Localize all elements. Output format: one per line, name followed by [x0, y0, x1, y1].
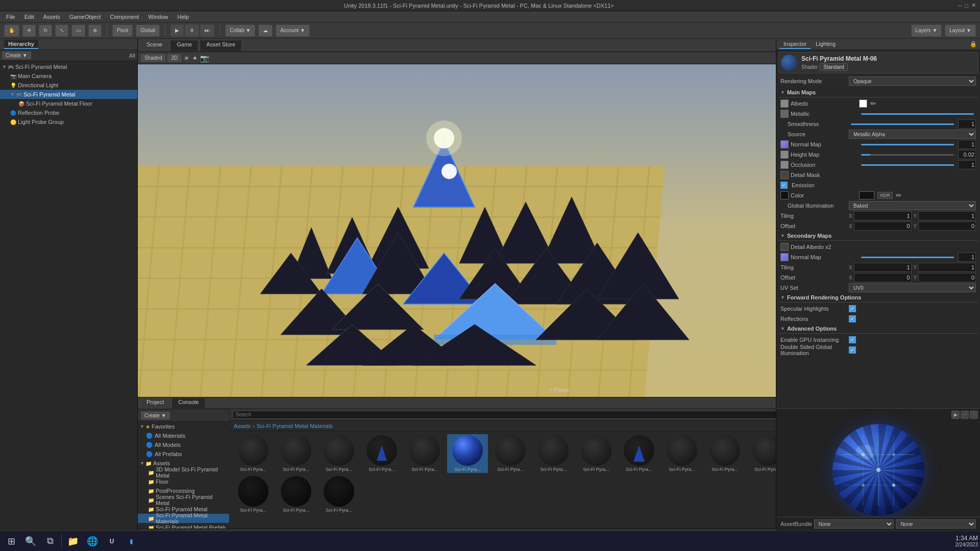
offset-x-input[interactable] — [854, 221, 912, 231]
asset-item-10[interactable]: Sci-Fi Pyra... — [662, 434, 702, 473]
uv-set-select[interactable]: UV0 — [849, 283, 976, 292]
color-swatch-main[interactable] — [859, 191, 874, 199]
asset-materials[interactable]: 📁 Sci-Fi Pyramid Metal Materials — [138, 514, 229, 523]
sec-normal-value[interactable] — [958, 253, 976, 262]
asset-item-8[interactable]: Sci-Fi Pyra... — [576, 434, 617, 473]
preview-more-btn[interactable]: ⋮ — [970, 411, 978, 419]
menu-help[interactable]: Help — [173, 13, 193, 21]
menu-assets[interactable]: Assets — [39, 13, 64, 21]
maximize-btn[interactable]: □ — [965, 3, 968, 9]
sec-offset-x-input[interactable] — [854, 273, 912, 282]
source-select[interactable]: Metallic Alpha — [849, 130, 976, 139]
height-map-value[interactable] — [958, 150, 976, 159]
account-btn[interactable]: Account ▼ — [276, 24, 310, 37]
normal-slider[interactable] — [861, 144, 954, 145]
preview-play-btn[interactable]: ▶ — [951, 411, 960, 419]
taskbar-task-view[interactable]: ⧉ — [41, 532, 59, 550]
transform-tool[interactable]: ⊕ — [88, 24, 102, 37]
hier-reflection[interactable]: 🔵 Reflection Probe — [0, 108, 137, 117]
collab-btn[interactable]: Collab ▼ — [225, 24, 255, 37]
sec-normal-slider[interactable] — [861, 257, 954, 258]
layers-btn[interactable]: Layers ▼ — [911, 24, 942, 37]
asset-item-3[interactable]: Sci-Fi Pyra... — [361, 434, 402, 473]
lighting-btn[interactable]: ☀ — [183, 54, 190, 62]
reflections-checkbox[interactable]: ✓ — [849, 315, 856, 322]
albedo-thumb[interactable] — [780, 99, 789, 108]
menu-window[interactable]: Window — [144, 13, 172, 21]
play-btn[interactable]: ▶ — [170, 24, 184, 37]
forward-icon[interactable]: ▼ — [780, 295, 785, 300]
asset-item-7[interactable]: Sci-Fi Pyra... — [533, 434, 574, 473]
asset-bundle-select1[interactable]: None — [814, 519, 894, 529]
taskbar-unity[interactable]: U — [103, 532, 121, 550]
2d-btn[interactable]: 2D — [167, 54, 181, 62]
game-tab[interactable]: Game — [170, 40, 199, 51]
breadcrumb-materials[interactable]: Sci-Fi Pyramid Metal Materials — [257, 423, 333, 429]
move-tool[interactable]: ✛ — [22, 24, 36, 37]
inspector-tab[interactable]: Inspector — [779, 40, 811, 49]
height-thumb[interactable] — [780, 151, 789, 159]
hierarchy-create-btn[interactable]: Create ▼ — [2, 52, 31, 59]
hier-main-camera[interactable]: 📷 Main Camera — [0, 71, 137, 81]
asset-item-r2-7[interactable]: Sci-Fi Pyra... — [318, 475, 359, 514]
shader-value[interactable]: Standard — [820, 63, 848, 71]
hand-tool[interactable]: ✋ — [4, 24, 19, 37]
rotate-tool[interactable]: ↻ — [39, 24, 52, 37]
all-materials-item[interactable]: 🔵 All Materials — [138, 431, 229, 440]
tiling-x-input[interactable] — [854, 211, 912, 220]
smoothness-value[interactable] — [958, 119, 976, 129]
asset-item-9[interactable]: Sci-Fi Pyra... — [619, 434, 659, 473]
hierarchy-root[interactable]: ▼ 🎮 Sci-Fi Pyramid Metal — [0, 62, 137, 71]
asset-item-1[interactable]: Sci-Fi Pyra... — [276, 434, 316, 473]
metallic-thumb[interactable] — [780, 110, 789, 118]
gpu-instancing-checkbox[interactable]: ✓ — [849, 336, 856, 343]
shaded-btn[interactable]: Shaded — [141, 54, 165, 62]
menu-file[interactable]: File — [2, 13, 19, 21]
preview-zoom-btn[interactable]: ⋯ — [961, 411, 969, 419]
step-btn[interactable]: ⏭ — [200, 24, 214, 37]
pause-btn[interactable]: ⏸ — [185, 24, 199, 37]
global-illum-select[interactable]: Baked — [849, 201, 976, 210]
asset-scenes[interactable]: 📁 Scenes Sci-Fi Pyramid Metal — [138, 495, 229, 505]
hier-floor[interactable]: 📦 Sci-Fi Pyramid Metal Floor — [0, 99, 137, 108]
advanced-icon[interactable]: ▼ — [780, 326, 785, 331]
double-sided-checkbox[interactable]: ✓ — [849, 346, 856, 354]
global-btn[interactable]: Global — [136, 24, 160, 37]
menu-edit[interactable]: Edit — [20, 13, 38, 21]
minimize-btn[interactable]: ─ — [958, 3, 962, 9]
main-maps-collapse-icon[interactable]: ▼ — [780, 90, 785, 95]
asset-item-11[interactable]: Sci-Fi Pyra... — [704, 434, 745, 473]
secondary-maps-icon[interactable]: ▼ — [780, 233, 785, 238]
hierarchy-tab[interactable]: Hierarchy — [4, 40, 38, 49]
sec-tiling-y-input[interactable] — [918, 263, 976, 272]
fx-btn[interactable]: ✦ — [192, 54, 198, 62]
color-eyedrop-icon[interactable]: ✏ — [896, 191, 902, 199]
close-btn[interactable]: ✕ — [971, 2, 976, 9]
breadcrumb-assets[interactable]: Assets — [234, 423, 251, 429]
asset-store-tab[interactable]: Asset Store — [200, 40, 242, 51]
inspector-lock-icon[interactable]: 🔒 — [970, 41, 977, 47]
favorites-header[interactable]: ▼ ★ Favorites — [138, 422, 229, 431]
occlusion-value[interactable] — [958, 160, 976, 169]
rendering-mode-select[interactable]: Opaque — [849, 77, 976, 86]
asset-bundle-select2[interactable]: None — [896, 519, 976, 529]
metallic-slider[interactable] — [861, 113, 974, 115]
emission-checkbox[interactable]: ✓ — [780, 182, 788, 189]
hier-pyramid-metal[interactable]: ▼ 🎮 Sci-Fi Pyramid Metal — [0, 90, 137, 99]
occlusion-slider[interactable] — [861, 164, 954, 166]
albedo-eyedrop-icon[interactable]: ✏ — [870, 99, 876, 108]
asset-item-r2-6[interactable]: Sci-Fi Pyra... — [276, 475, 316, 514]
tiling-y-input[interactable] — [918, 211, 976, 220]
normal-thumb[interactable] — [780, 140, 789, 148]
pivot-btn[interactable]: Pivot — [112, 24, 133, 37]
taskbar-vscode[interactable]: ▮ — [122, 532, 140, 550]
specular-checkbox[interactable]: ✓ — [849, 305, 856, 312]
normal-map-value[interactable] — [958, 140, 976, 149]
all-prefabs-item[interactable]: 🔵 All Prefabs — [138, 449, 229, 459]
project-tab[interactable]: Project — [140, 397, 170, 409]
detail-thumb[interactable] — [780, 171, 789, 179]
asset-item-4[interactable]: Sci-Fi Pyra... — [404, 434, 445, 473]
smoothness-slider[interactable] — [851, 123, 954, 125]
rect-tool[interactable]: ▭ — [71, 24, 85, 37]
asset-item-2[interactable]: Sci-Fi Pyra... — [318, 434, 359, 473]
